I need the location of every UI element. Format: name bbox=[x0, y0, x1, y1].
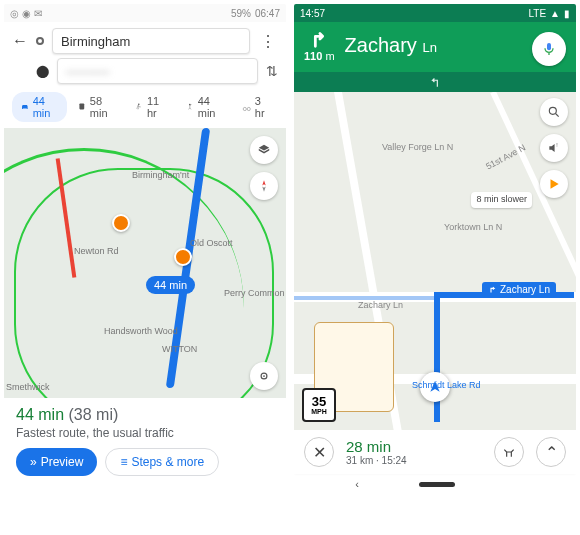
nav-map-canvas[interactable]: ! 8 min slower Zachary Ln 35 MPH Valley … bbox=[294, 92, 576, 430]
expand-button[interactable]: ⌃ bbox=[536, 437, 566, 467]
incident-dot-icon[interactable] bbox=[112, 214, 130, 232]
destination-input[interactable]: –––––– bbox=[57, 58, 258, 84]
mode-car[interactable]: 44 min bbox=[12, 92, 67, 122]
mic-icon bbox=[541, 41, 557, 57]
preview-button[interactable]: » Preview bbox=[16, 448, 97, 476]
sys-back-icon[interactable]: ‹ bbox=[355, 478, 359, 490]
voice-search-button[interactable] bbox=[532, 32, 566, 66]
svg-point-3 bbox=[243, 107, 246, 110]
system-nav-bar: ‹ bbox=[294, 474, 576, 494]
sound-alert-icon: ! bbox=[547, 141, 561, 155]
car-icon bbox=[20, 101, 30, 113]
travel-modes: 44 min 58 min 11 hr 44 min 3 hr bbox=[4, 90, 286, 128]
route-line bbox=[434, 292, 440, 422]
more-icon[interactable]: ⋮ bbox=[258, 32, 278, 51]
status-bar: ◎ ◉ ✉ 59% 06:47 bbox=[4, 4, 286, 22]
svg-rect-7 bbox=[547, 43, 551, 50]
close-icon: ✕ bbox=[313, 443, 326, 462]
summary-eta: 44 min bbox=[16, 406, 64, 423]
mode-rideshare-label: 44 min bbox=[198, 95, 225, 119]
fork-icon bbox=[502, 445, 516, 459]
mode-car-label: 44 min bbox=[33, 95, 60, 119]
origin-input[interactable]: Birmingham bbox=[52, 28, 250, 54]
speed-unit: MPH bbox=[311, 408, 327, 415]
steps-button[interactable]: ≡ Steps & more bbox=[105, 448, 219, 476]
svg-point-8 bbox=[549, 107, 556, 114]
origin-dot-icon bbox=[36, 37, 44, 45]
nav-street-name: Zachary bbox=[345, 34, 417, 56]
status-time: 06:47 bbox=[255, 8, 280, 19]
layers-button[interactable] bbox=[250, 136, 278, 164]
status-bar: 14:57 LTE ▲ ▮ bbox=[294, 4, 576, 22]
speed-limit-sign: 35 MPH bbox=[302, 388, 336, 422]
place-label: Smethwick bbox=[6, 382, 50, 392]
summary-distance: (38 mi) bbox=[68, 406, 118, 423]
mode-bike[interactable]: 3 hr bbox=[234, 92, 278, 122]
svg-point-4 bbox=[247, 107, 250, 110]
destination-pin-icon: ⬤ bbox=[36, 64, 49, 78]
list-icon: ≡ bbox=[120, 455, 127, 469]
mode-walk[interactable]: 11 hr bbox=[126, 92, 175, 122]
green-road bbox=[14, 168, 274, 398]
nav-street: Zachary Ln bbox=[345, 34, 437, 57]
compass-button[interactable] bbox=[250, 172, 278, 200]
nav-bottom-bar: ✕ 28 min 31 km · 15:24 ⌃ bbox=[294, 430, 576, 474]
place-label: Birmingham'nt bbox=[132, 170, 189, 180]
status-time: 14:57 bbox=[300, 8, 325, 19]
directions-screen: ◎ ◉ ✉ 59% 06:47 ← Birmingham ⋮ ⬤ –––––– … bbox=[4, 4, 286, 531]
destination-badge-text: Zachary Ln bbox=[500, 284, 550, 295]
place-label: WITTON bbox=[162, 344, 197, 354]
incident-dot-icon[interactable] bbox=[174, 248, 192, 266]
destination-text: –––––– bbox=[66, 64, 109, 79]
nav-subinfo: 31 km · 15:24 bbox=[346, 455, 482, 466]
alt-routes-button[interactable] bbox=[494, 437, 524, 467]
next-turn-peek[interactable] bbox=[294, 72, 576, 92]
layers-icon bbox=[257, 143, 271, 157]
turn-instruction: 110 m bbox=[304, 28, 335, 62]
sys-home-pill[interactable] bbox=[419, 482, 455, 487]
mode-transit[interactable]: 58 min bbox=[69, 92, 124, 122]
nav-search-button[interactable] bbox=[540, 98, 568, 126]
play-icon bbox=[547, 177, 561, 191]
svg-rect-0 bbox=[80, 103, 85, 109]
place-label: Newton Rd bbox=[74, 246, 119, 256]
turn-distance: 110 bbox=[304, 50, 322, 62]
compass-icon bbox=[257, 179, 271, 193]
chevron-up-icon: ⌃ bbox=[545, 443, 558, 462]
walk-icon bbox=[134, 101, 144, 113]
summary-desc: Fastest route, the usual traffic bbox=[16, 426, 274, 440]
exit-nav-button[interactable]: ✕ bbox=[304, 437, 334, 467]
origin-text: Birmingham bbox=[61, 34, 130, 49]
turn-unit: m bbox=[325, 50, 334, 62]
steps-label: Steps & more bbox=[131, 455, 204, 469]
back-icon[interactable]: ← bbox=[12, 32, 28, 50]
road-label: Valley Forge Ln N bbox=[382, 142, 453, 152]
destination-badge[interactable]: Zachary Ln bbox=[482, 282, 556, 297]
mute-button[interactable]: ! bbox=[540, 134, 568, 162]
route-eta-badge[interactable]: 44 min bbox=[146, 276, 195, 294]
slower-route-tag[interactable]: 8 min slower bbox=[471, 192, 532, 208]
bike-icon bbox=[242, 101, 252, 113]
train-icon bbox=[77, 101, 87, 113]
chevron-right-icon: » bbox=[30, 455, 37, 469]
play-music-button[interactable] bbox=[540, 170, 568, 198]
locate-button[interactable] bbox=[250, 362, 278, 390]
road-label: Yorktown Ln N bbox=[444, 222, 502, 232]
status-net: LTE bbox=[528, 8, 546, 19]
turn-right-icon bbox=[308, 28, 330, 50]
mode-walk-label: 11 hr bbox=[147, 95, 167, 119]
place-label: Perry Common bbox=[224, 288, 285, 298]
turn-left-icon bbox=[428, 75, 442, 89]
navigation-screen: 14:57 LTE ▲ ▮ 110 m Zachary Ln bbox=[294, 4, 576, 531]
mode-bike-label: 3 hr bbox=[255, 95, 270, 119]
svg-point-1 bbox=[138, 103, 140, 105]
search-icon bbox=[547, 105, 561, 119]
turn-right-icon bbox=[488, 285, 497, 294]
road-label: Zachary Ln bbox=[358, 300, 403, 310]
place-label: Handsworth Wood bbox=[104, 326, 178, 336]
svg-text:!: ! bbox=[556, 142, 557, 148]
svg-point-6 bbox=[263, 375, 265, 377]
map-canvas[interactable]: 44 min Newton Rd Old Oscott Birmingham'n… bbox=[4, 128, 286, 398]
mode-rideshare[interactable]: 44 min bbox=[177, 92, 232, 122]
swap-icon[interactable]: ⇅ bbox=[266, 63, 278, 79]
